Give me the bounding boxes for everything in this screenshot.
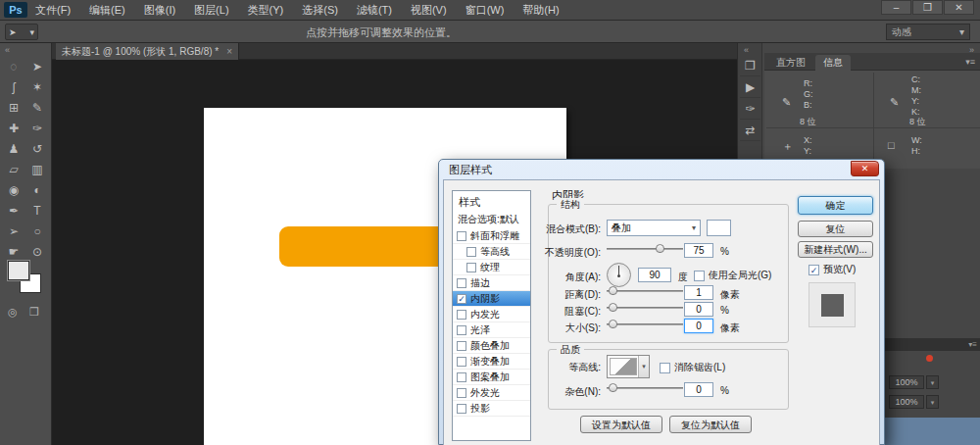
dodge-tool[interactable]: ◐ [25,180,49,201]
history-brush-tool[interactable]: ↺ [25,139,49,160]
tool-preset-picker[interactable]: ➤ ▾ [5,24,38,40]
style-checkbox-stroke[interactable] [457,278,466,288]
style-checkbox-inner-glow[interactable] [457,310,466,320]
noise-slider[interactable] [607,382,683,393]
dialog-close-button[interactable]: ✕ [851,161,879,176]
opacity-label: 不透明度(O): [501,246,601,260]
menu-bar: 文件(F)编辑(E)图像(I)图层(L)类型(Y)选择(S)滤镜(T)视图(V)… [35,0,560,20]
menu-file[interactable]: 文件(F) [35,3,71,18]
reset-default-button[interactable]: 复位为默认值 [669,416,752,433]
restore-button[interactable]: ❐ [912,0,943,15]
choke-slider[interactable] [607,302,683,313]
style-checkbox-pattern-overlay[interactable] [457,372,466,382]
eraser-tool[interactable]: ▱ [2,160,25,180]
distance-input[interactable] [684,285,713,300]
type-tool[interactable]: T [25,201,49,222]
hand-tool[interactable]: ☛ [2,242,25,263]
magic-wand-tool[interactable]: ✶ [25,77,49,98]
info-label: X: [804,135,812,146]
tab-histogram[interactable]: 直方图 [768,55,813,71]
clone-stamp-tool[interactable]: ♟ [2,139,25,160]
make-default-button[interactable]: 设置为默认值 [580,416,662,433]
clone-source-panel-icon[interactable]: ⇄ [740,120,760,141]
menu-filter[interactable]: 滤镜(T) [357,3,392,18]
menu-layer[interactable]: 图层(L) [194,3,228,18]
move-tool[interactable]: ➤ [25,57,49,77]
angle-input[interactable] [638,268,671,282]
menu-edit[interactable]: 编辑(E) [89,3,125,18]
opacity-input[interactable] [684,243,713,258]
opacity-slider[interactable] [607,243,683,254]
style-checkbox-outer-glow[interactable] [457,388,466,398]
minimize-button[interactable]: – [881,0,911,15]
preview-checkbox[interactable] [808,265,819,275]
toolbar-collapse-icon[interactable]: « [5,45,10,55]
brush-panel-icon[interactable]: ✑ [740,98,760,120]
noise-unit: % [720,385,729,396]
contour-picker[interactable]: ▾ [607,355,650,378]
distance-slider[interactable] [607,285,683,296]
close-button[interactable]: ✕ [944,0,974,15]
photoshop-window: Ps 文件(F)编辑(E)图像(I)图层(L)类型(Y)选择(S)滤镜(T)视图… [0,0,980,445]
size-slider[interactable] [607,319,683,329]
size-input[interactable] [684,319,713,333]
healing-brush-tool[interactable]: ✚ [2,119,25,139]
pen-tool[interactable]: ✒ [2,201,25,222]
style-checkbox-bevel-emboss[interactable] [457,231,466,241]
crop-tool[interactable]: ⊞ [2,98,25,119]
zoom-tool[interactable]: ⊙ [25,242,49,263]
tab-info[interactable]: 信息 [815,55,851,71]
foreground-color-swatch[interactable] [8,261,29,280]
path-selection-tool[interactable]: ➢ [2,222,25,242]
screen-mode-icon[interactable]: ❒ [29,306,39,319]
shape-tool[interactable]: ○ [25,222,49,242]
tab-close-icon[interactable]: × [226,43,232,60]
style-checkbox-inner-shadow[interactable] [457,294,466,304]
actions-panel-icon[interactable]: ▶ [740,76,760,98]
choke-input[interactable] [684,302,713,317]
eyedropper-tool[interactable]: ✎ [25,98,49,119]
style-checkbox-drop-shadow[interactable] [457,404,466,414]
chevron-down-icon[interactable]: ▾ [926,375,939,389]
chevron-down-icon[interactable]: ▾ [926,395,939,409]
selected-layer-row[interactable] [883,418,980,445]
quick-mask-icon[interactable]: ◎ [8,306,18,319]
ok-button[interactable]: 确定 [798,196,873,215]
use-global-light-checkbox[interactable] [694,271,705,281]
elliptical-marquee-tool[interactable]: ◌ [2,57,25,77]
workspace-switcher[interactable]: 动感 ▾ [886,24,970,40]
strip-collapse-icon[interactable]: « [744,45,749,55]
angle-dial[interactable] [607,263,631,287]
fill-value[interactable]: 100% [889,395,924,409]
use-global-light-row: 使用全局光(G) [694,269,771,282]
style-checkbox-texture[interactable] [466,263,476,272]
menu-type[interactable]: 类型(Y) [248,3,284,18]
menu-help[interactable]: 帮助(H) [522,3,559,18]
panel-menu-icon[interactable]: ▾≡ [968,340,977,349]
document-tab[interactable]: 未标题-1 @ 100% (形状 1, RGB/8) * × [56,43,239,60]
menu-image[interactable]: 图像(I) [144,3,175,18]
blend-mode-dropdown[interactable]: 叠加 ▾ [607,220,701,236]
blur-tool[interactable]: ◉ [2,180,25,201]
brush-tool[interactable]: ✑ [25,119,49,139]
menu-select[interactable]: 选择(S) [302,3,338,18]
opacity-value[interactable]: 100% [889,375,924,389]
gradient-tool[interactable]: ▥ [25,160,49,180]
menu-window[interactable]: 窗口(W) [466,3,505,18]
style-checkbox-satin[interactable] [457,325,466,335]
lasso-tool[interactable]: ʃ [2,77,25,98]
anti-alias-checkbox[interactable] [660,363,670,373]
style-checkbox-color-overlay[interactable] [457,341,466,351]
style-checkbox-gradient-overlay[interactable] [457,357,466,367]
history-panel-icon[interactable]: ❐ [740,55,760,76]
shadow-color-swatch[interactable] [707,220,731,236]
new-style-button[interactable]: 新建样式(W)... [798,241,873,258]
reset-button[interactable]: 复位 [798,221,873,237]
noise-input[interactable] [684,382,713,397]
panel-menu-icon[interactable]: ▾≡ [965,57,975,67]
options-bar: ➤ ▾ 点按并拖移可调整效果的位置。 动感 ▾ [0,21,980,43]
style-item-drop-shadow[interactable]: 投影 [453,401,530,417]
style-checkbox-contour[interactable] [466,247,476,257]
menu-view[interactable]: 视图(V) [411,3,447,18]
style-item-color-overlay[interactable]: 颜色叠加 [453,338,530,354]
